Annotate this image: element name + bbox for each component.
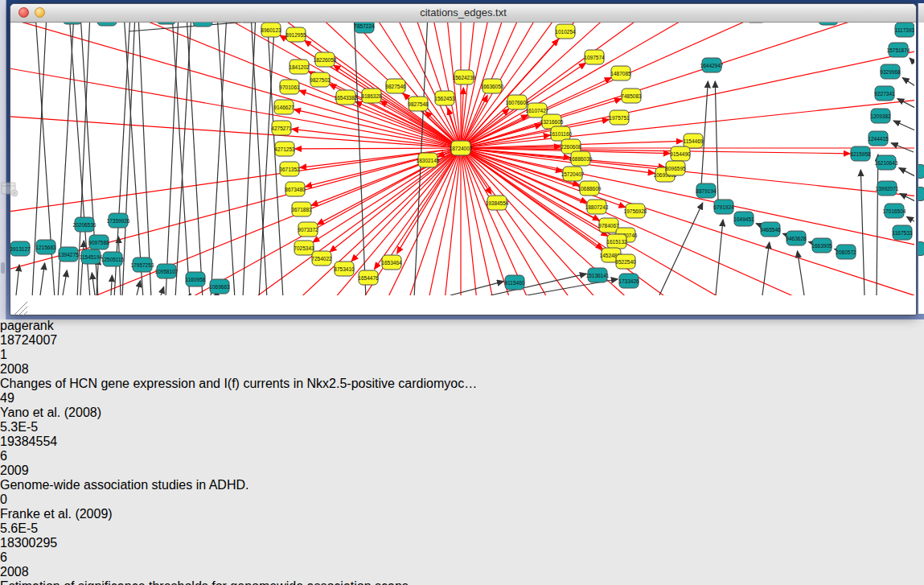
graph-node-label: 1562453 — [434, 96, 455, 101]
citation-edge-black — [259, 14, 275, 295]
column-header-pagerank[interactable]: pagerank — [0, 319, 924, 333]
citation-edge-black — [172, 14, 190, 295]
citation-edge-red — [461, 4, 914, 148]
citation-edge-red — [334, 4, 461, 148]
citation-edge-red — [461, 4, 914, 148]
network-view-window[interactable]: citations_edges.txt 18724007183021451841… — [10, 3, 917, 315]
graph-node-label: 6791924 — [713, 204, 734, 210]
graph-node-label: 16101160 — [549, 131, 573, 137]
graph-node-label: 7857224 — [354, 23, 375, 29]
graph-node-label: 3671352 — [279, 167, 300, 172]
graph-node-label: 9097588 — [88, 240, 109, 245]
citation-edge-red — [461, 4, 914, 148]
table-cell[interactable]: 0 — [0, 492, 924, 507]
table-cell[interactable]: 18300295 — [0, 536, 924, 550]
graph-node-label: 13992071 — [876, 186, 899, 192]
resize-grip-icon[interactable] — [10, 299, 28, 316]
graph-node-label: 1244415 — [868, 136, 889, 142]
citation-edge-red — [10, 4, 461, 148]
graph-node-label: 1117393 — [895, 27, 914, 33]
network-graph[interactable]: 1872400718302145184120297010619146627427… — [10, 4, 914, 295]
table-cell[interactable]: 49 — [0, 391, 924, 406]
graph-node-label: 4271253 — [274, 146, 295, 152]
graph-node-label: 15624239 — [453, 75, 476, 80]
graph-node-label: 17016504 — [883, 208, 906, 214]
table-cell[interactable]: 2008 — [0, 565, 924, 579]
clipped-node — [918, 187, 924, 201]
graph-node-label: 9463628 — [786, 236, 807, 241]
graph-node-label: 1154469 — [684, 138, 704, 144]
citation-edge-black — [659, 203, 703, 295]
graph-node-label: 8215958 — [850, 151, 871, 157]
citation-edge-black — [798, 251, 804, 295]
citation-edge-black — [907, 216, 914, 223]
citation-edge-black — [16, 265, 19, 295]
table-row[interactable]: 1830029562008Estimation of significance … — [0, 536, 924, 585]
citation-edge-red — [10, 4, 461, 148]
table-cell[interactable]: 5.6E-5 — [0, 521, 924, 536]
graph-node-label: 1487085 — [610, 71, 631, 76]
graph-node-label: 1167533 — [893, 230, 913, 236]
graph-node-label: 10958107 — [155, 269, 179, 274]
network-canvas[interactable]: 1872400718302145184120297010619146627427… — [10, 4, 916, 319]
table-cell[interactable]: 19384554 — [0, 435, 924, 449]
graph-node-label: 1663905 — [811, 243, 832, 249]
citation-edge-red — [461, 4, 820, 148]
citation-edge-black — [92, 273, 95, 295]
graph-node-label: 2260608 — [561, 144, 581, 150]
table-cell[interactable]: 2008 — [0, 362, 924, 377]
panel-collapse-handle[interactable] — [1, 262, 5, 274]
graph-node-label: 18724007 — [450, 146, 473, 151]
graph-node-label: 11545194 — [80, 254, 103, 260]
graph-node-label: 12505115 — [101, 257, 125, 262]
graph-node-label: 15751874 — [887, 47, 910, 53]
graph-node-label: 17359926 — [107, 218, 130, 224]
graph-node-label: 9146627 — [273, 105, 294, 110]
citation-edge-black — [893, 121, 914, 130]
graph-node-label: 1841202 — [289, 64, 310, 70]
citation-edge-red — [461, 148, 914, 295]
citation-edge-black — [80, 241, 84, 295]
graph-node-label: 8960123 — [261, 27, 281, 33]
table-cell[interactable]: 6 — [0, 449, 924, 463]
table-cell[interactable]: Changes of HCN gene expression and I(f) … — [0, 377, 924, 391]
table-cell[interactable]: Yano et al. (2008) — [0, 406, 924, 420]
graph-node-label: 16543382 — [335, 95, 358, 101]
table-row[interactable]: 1938455462009Genome-wide association stu… — [0, 435, 924, 536]
table-cell[interactable]: 6 — [0, 550, 924, 565]
citation-edge-black — [860, 170, 864, 295]
graph-node-label: 1615132 — [606, 239, 627, 245]
table-cell[interactable]: 5.3E-5 — [0, 420, 924, 435]
citation-edge-red — [355, 101, 461, 148]
table-cell[interactable]: 1 — [0, 348, 924, 362]
table-row[interactable]: 1872400712008Changes of HCN gene express… — [0, 333, 924, 435]
window-titlebar[interactable]: citations_edges.txt — [10, 4, 916, 23]
citation-edge-black — [243, 14, 256, 295]
graph-node-label: 9115460 — [505, 280, 525, 286]
graph-node-label: 1209382 — [870, 113, 891, 119]
graph-node-label: 3671881 — [291, 207, 312, 212]
graph-node-label: 2080572 — [836, 249, 856, 255]
table-cell[interactable]: Franke et al. (2009) — [0, 507, 924, 521]
graph-node-label: 17957253 — [131, 262, 154, 268]
graph-node-label: 1160958 — [186, 277, 206, 282]
cytoscape-desktop: citations_edges.txt 18724007183021451841… — [0, 0, 924, 319]
graph-node-label: 7485083 — [621, 93, 642, 99]
table-cell[interactable]: Estimation of significance thresholds fo… — [0, 579, 924, 585]
graph-node-label: 1975751 — [609, 115, 630, 121]
graph-node-label: 8673480 — [285, 187, 306, 192]
citation-edge-red — [295, 148, 461, 149]
table-cell[interactable]: 2009 — [0, 463, 924, 478]
graph-node-label: 16636050 — [481, 84, 504, 89]
graph-node-label: 19756928 — [624, 208, 647, 214]
background-window-sliver[interactable] — [918, 3, 924, 314]
graph-node-label: 8186328 — [361, 93, 382, 99]
graph-node-label: 18807243 — [585, 204, 609, 210]
table-cell[interactable]: 18724007 — [0, 333, 924, 348]
graph-node-label: 9784067 — [598, 223, 619, 229]
graph-node-label: 9227341 — [874, 91, 895, 97]
citation-edge-red — [351, 148, 461, 262]
clipped-node — [918, 164, 924, 179]
citation-edge-black — [161, 286, 164, 295]
table-cell[interactable]: Genome-wide association studies in ADHD. — [0, 478, 924, 492]
